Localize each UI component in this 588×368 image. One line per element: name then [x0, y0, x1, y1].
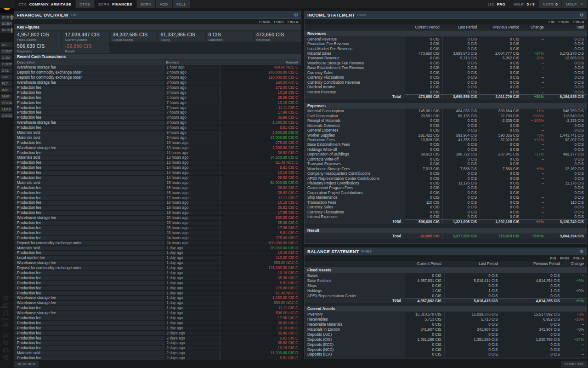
last-period-value: 0 CIS	[442, 70, 480, 75]
current-period-value: 15,310,579 CIS	[405, 312, 444, 317]
command-link[interactable]: FINBS	[558, 20, 570, 24]
sidebar-item[interactable]: COM	[0, 55, 12, 60]
change-value: –	[522, 85, 546, 89]
gear-icon[interactable]: ⚙	[580, 249, 584, 254]
full-button[interactable]: FULL	[173, 0, 190, 8]
transaction-row: Materials sold 9 hours ago 13,000.00 CIS…	[14, 135, 301, 140]
sidebar-item[interactable]: CONT	[0, 49, 12, 54]
command-link-label: FINLA	[573, 256, 584, 260]
sidebar-item[interactable]: FIN	[0, 75, 12, 80]
previous-period-value: 0 CIS	[480, 61, 522, 65]
balance-row: Ships 0 CIS 0 CIS 0 CIS –	[305, 283, 587, 288]
total-value: 0 CIS	[547, 46, 587, 51]
command-link[interactable]: FINLA	[573, 20, 584, 24]
revenues-title: Revenues	[307, 31, 326, 36]
transaction-row: Production fee 1 day ago 36.82 CIS C	[14, 321, 301, 326]
transaction-description: Materials sold	[14, 351, 163, 356]
total-value: 0 CIS	[547, 171, 587, 176]
sidebar-item[interactable]: MAP	[0, 94, 12, 99]
row-label: Currency Contribution Revenue	[305, 80, 405, 85]
last-period-value: 0 CIS	[442, 210, 480, 214]
gear-icon[interactable]: ⚙	[580, 13, 584, 17]
last-period-value: 0 CIS	[442, 119, 480, 123]
help-field[interactable]: HELP: 5 / 9	[510, 0, 538, 8]
transaction-amount: 36.82 CIS C	[220, 150, 301, 155]
row-label: Base Establishment Fee Revenue	[305, 66, 405, 70]
new-buffer-button[interactable]: NEW BFR	[14, 361, 39, 368]
command-link[interactable]: FINLA	[573, 256, 584, 260]
column-header-amount[interactable]: Amount	[220, 60, 301, 65]
total-value: 92,207 CIS	[547, 138, 587, 142]
transaction-booked: 8 hours ago	[163, 121, 220, 125]
fixed-assets-total-row: Total 4,957,802 CIS 5,016,415 CIS 4,614,…	[305, 298, 587, 303]
financial-overview-panel: FINANCIAL OVERVIEW FIN ⚙ FINBS FINIS FIN…	[14, 11, 301, 359]
change-value: –	[522, 70, 546, 75]
gear-icon[interactable]: ⚙	[294, 13, 298, 17]
command-link[interactable]: FINIS	[274, 20, 284, 24]
expense-row: Company Headquarters Contributions 0 CIS…	[305, 171, 587, 176]
key-figure-value: 473,650 CIS	[256, 32, 298, 37]
sidebar-item[interactable]: INV	[0, 87, 12, 92]
console-button[interactable]: CONS 330	[561, 361, 587, 368]
financial-overview-header[interactable]: FINANCIAL OVERVIEW FIN ⚙	[14, 12, 301, 19]
transaction-description: Warehouse storage fee	[14, 121, 163, 125]
screen-field[interactable]: SCRN: FINANCES	[95, 0, 136, 8]
transactions-body: Warehouse storage fee 1 hour ago 400.00 …	[14, 65, 301, 361]
current-period-value: 0 CIS	[405, 190, 442, 195]
command-link[interactable]: FIN	[550, 256, 556, 260]
previous-period-value: 719,623 CIS	[480, 234, 522, 238]
change-value: +12%	[522, 138, 546, 142]
ctxs-button[interactable]: CTXS	[76, 0, 94, 8]
sidebar-item[interactable]: SDBR	[0, 21, 12, 26]
row-label: Deposits (CIS)	[305, 337, 405, 342]
notifications-button[interactable]: NOTS 0	[539, 0, 561, 8]
sidebar-item-label: SDBR	[2, 22, 12, 26]
change-value: –	[522, 46, 546, 51]
command-link[interactable]: FINIS	[560, 256, 570, 260]
command-link-label: FINBS	[558, 20, 570, 24]
column-header-last-period: Last Period	[444, 261, 501, 267]
change-value: –	[522, 200, 546, 205]
sidebar-item[interactable]: CORP	[0, 62, 12, 67]
transaction-description: Production fee	[14, 271, 163, 276]
current-period-value: 0 CIS	[405, 322, 444, 327]
command-link[interactable]: FIN	[548, 20, 554, 24]
sidebar-item[interactable]: SCRNS	[0, 15, 12, 20]
column-header-description[interactable]: Description	[14, 60, 163, 65]
command-link[interactable]: FINBS	[259, 20, 271, 24]
sidebar-item[interactable]: CMDS	[0, 113, 12, 118]
change-value: -3%	[563, 312, 587, 317]
sidebar-item[interactable]: BS	[0, 42, 12, 47]
sidebar-item-label: CMDS	[2, 114, 12, 118]
row-label: Deposits (NCC)	[305, 347, 405, 352]
sidebar-item[interactable]: CXL	[0, 68, 12, 73]
transaction-booked: 1 day ago	[163, 311, 220, 316]
sidebar-item[interactable]: PROD	[0, 100, 12, 105]
transaction-description: Materials sold	[14, 155, 163, 160]
add-button[interactable]: ADD	[156, 0, 172, 8]
previous-period-value: -2,335 CIS	[480, 119, 522, 123]
previous-period-value: 0 CIS	[480, 186, 522, 190]
sidebar-item[interactable]: FLT	[0, 81, 12, 86]
transaction-description: Warehouse storage fee	[14, 311, 163, 316]
last-period-value: 0 CIS	[442, 123, 480, 128]
transaction-booked: 7 hours ago	[163, 100, 220, 105]
sidebar-command-group: BS CONT COM CORP CXL FIN FLT	[0, 42, 13, 118]
key-figure-value: -32,990 CIS	[65, 43, 107, 49]
key-figure-value: 0 CIS	[209, 32, 250, 37]
scrn-button[interactable]: SCRN	[137, 0, 155, 8]
current-period-value: 0 CIS	[405, 181, 442, 185]
income-statement-header[interactable]: INCOME STATEMENT FINIS ⚙	[305, 12, 587, 19]
balance-statement-header[interactable]: BALANCE STATEMENT FINBS ⚙	[305, 248, 587, 255]
last-period-value: 0 CIS	[444, 342, 501, 347]
key-figure-label: Current Assets	[65, 38, 107, 42]
change-value: –	[522, 162, 546, 167]
last-period-value: 5,016,415 CIS	[444, 298, 501, 303]
molp-button[interactable]: MOLP ≡	[562, 0, 587, 8]
sidebar-item[interactable]: LEAD	[0, 107, 12, 112]
transaction-amount: 3,500.00 CIS D	[220, 131, 301, 135]
context-field[interactable]: CTX: COMPANY: ARMITAGE	[15, 0, 75, 8]
command-link[interactable]: FINLA	[288, 20, 299, 24]
sidebar-item[interactable]: BFRS	[0, 28, 12, 33]
column-header-booked[interactable]: Booked	[163, 60, 220, 65]
